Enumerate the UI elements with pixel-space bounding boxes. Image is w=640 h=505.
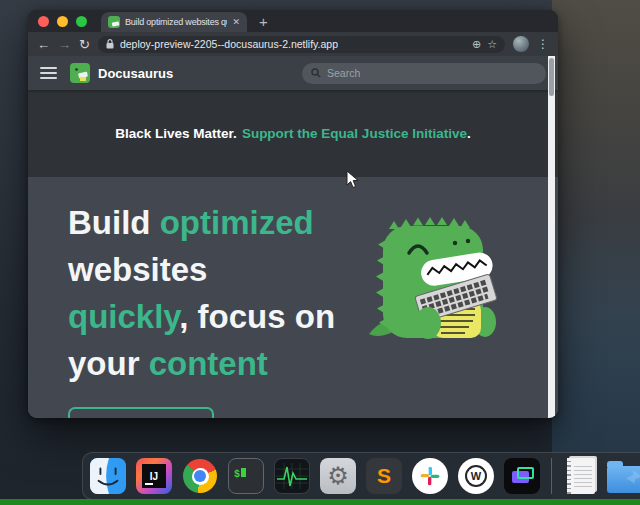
docusaurus-logo-icon [70, 63, 90, 83]
profile-avatar[interactable] [513, 36, 529, 52]
announcement-suffix: . [467, 126, 471, 141]
dock-downloads-folder-icon[interactable] [607, 456, 640, 496]
url-text: deploy-preview-2205--docusaurus-2.netlif… [120, 38, 338, 50]
progress-bar [0, 499, 640, 505]
minimize-window-button[interactable] [57, 16, 68, 27]
announcement-link[interactable]: Support the Equal Justice Initiative [242, 126, 467, 141]
browser-toolbar: ← → ↻ deploy-preview-2205--docusaurus-2.… [28, 32, 558, 56]
site-title[interactable]: Docusaurus [98, 66, 173, 81]
wallpaper-cliffs [552, 0, 640, 505]
dock-intellij-idea-icon[interactable]: IJ [134, 456, 174, 496]
dock-slack-icon[interactable] [410, 456, 450, 496]
dock-divider [551, 458, 552, 494]
dock-system-preferences-icon[interactable]: ⚙ [318, 456, 358, 496]
webpage: Docusaurus Search Black Lives Matter. Su… [28, 56, 558, 418]
forward-icon[interactable]: → [58, 38, 71, 51]
bookmark-star-icon[interactable]: ☆ [487, 39, 497, 50]
browser-menu-icon[interactable]: ⋮ [537, 38, 549, 50]
mouse-cursor [346, 170, 359, 189]
lock-icon [106, 39, 114, 49]
hero-title-line: quickly, focus on [68, 293, 335, 340]
extensions-icon[interactable]: ⊕ [472, 39, 481, 50]
zoom-window-button[interactable] [76, 16, 87, 27]
get-started-button[interactable] [68, 407, 214, 418]
address-bar[interactable]: deploy-preview-2205--docusaurus-2.netlif… [98, 36, 505, 53]
dock-activity-monitor-icon[interactable] [272, 456, 312, 496]
hero-title: Build optimized websites quickly, focus … [68, 199, 335, 387]
hero-title-line: websites [68, 246, 335, 293]
page-scrollbar[interactable] [548, 56, 555, 418]
dock-finder-icon[interactable] [88, 456, 128, 496]
tab-strip: Build optimized websites quick ✕ + [28, 10, 558, 32]
tab-title: Build optimized websites quick [125, 17, 227, 27]
dock-sublime-text-icon[interactable]: S [364, 456, 404, 496]
dock: IJ $ ⚙ S [82, 452, 640, 500]
announcement-bar: Black Lives Matter. Support the Equal Ju… [28, 90, 558, 177]
close-tab-icon[interactable]: ✕ [232, 18, 240, 27]
dock-chrome-icon[interactable] [180, 456, 220, 496]
browser-window: Build optimized websites quick ✕ + ← → ↻… [28, 10, 558, 418]
announcement-text: Black Lives Matter. [115, 126, 237, 141]
dock-screen-capture-app-icon[interactable] [502, 456, 542, 496]
dock-workplace-chat-icon[interactable]: W [456, 456, 496, 496]
browser-tab[interactable]: Build optimized websites quick ✕ [101, 12, 247, 32]
docusaurus-mascot-illustration [363, 210, 501, 340]
desktop: Build optimized websites quick ✕ + ← → ↻… [0, 0, 640, 505]
traffic-lights [38, 10, 87, 32]
gear-icon: ⚙ [327, 464, 349, 488]
search-input[interactable]: Search [302, 63, 546, 84]
hero-title-line: your content [68, 340, 335, 387]
back-icon[interactable]: ← [37, 38, 50, 51]
search-placeholder: Search [327, 67, 360, 79]
dock-documents-stack-icon[interactable] [561, 456, 601, 496]
close-window-button[interactable] [38, 16, 49, 27]
hamburger-menu-icon[interactable] [40, 67, 57, 79]
hero-title-line: Build optimized [68, 199, 335, 246]
hero-section: Build optimized websites quickly, focus … [28, 177, 558, 418]
site-navbar: Docusaurus Search [28, 56, 558, 90]
docusaurus-favicon-icon [108, 16, 120, 28]
scrollbar-thumb[interactable] [549, 58, 554, 96]
new-tab-button[interactable]: + [259, 14, 268, 29]
search-icon [311, 68, 321, 78]
dock-terminal-icon[interactable]: $ [226, 456, 266, 496]
reload-icon[interactable]: ↻ [79, 38, 90, 51]
